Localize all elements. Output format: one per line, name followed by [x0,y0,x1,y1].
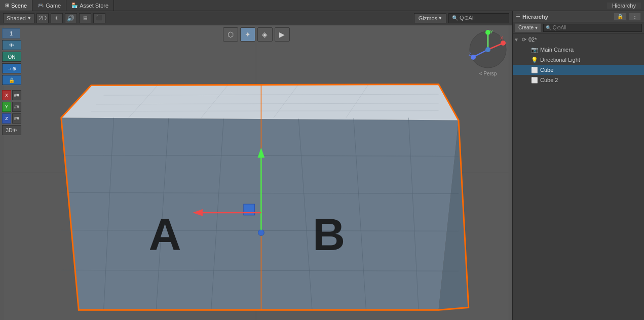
tab-bar: ⊞ Scene 🎮 Game 🏪 Asset Store Hierarchy [0,0,644,11]
move-btn[interactable]: →⊕ [2,63,21,73]
game-tab-label: Game [46,3,61,9]
scene-search-label: Q⊙All [460,15,475,21]
3d-icon: 3D👁 [6,128,18,133]
svg-text:Z: Z [469,52,472,57]
eye-icon: 👁 [9,43,14,48]
2d-mode-label: 2D [39,14,47,22]
gizmos-dropdown[interactable]: Gizmos ▾ [414,13,446,23]
cube-icon: ⬜ [531,67,538,73]
y-detail-btn[interactable]: ## [12,102,21,112]
root-scene-label: 02* [528,36,537,43]
root-scene-icon: ⟳ [522,36,526,43]
z-axis-btn[interactable]: Z [2,113,11,124]
x-axis-btn[interactable]: X [2,90,11,100]
scene-search-box[interactable]: 🔍 Q⊙All [448,13,509,23]
cube-label: Cube [540,67,553,73]
hierarchy-tab[interactable]: Hierarchy [607,3,641,9]
layer-number[interactable]: 1 [2,28,20,38]
move-tool-btn[interactable]: ✦ [240,27,255,42]
rotate-icon: ◈ [262,30,268,38]
eye-btn[interactable]: 👁 [2,40,21,50]
gizmo-axes-svg: Y X Z [468,29,508,70]
2d-mode-btn[interactable]: 2D [36,13,49,23]
move-icon: →⊕ [7,66,16,71]
on-label: ON [8,54,16,60]
hierarchy-title: Hierarchy [522,14,612,20]
hierarchy-icon: ☰ [516,14,520,19]
hierarchy-item-cube2[interactable]: ⬜ Cube 2 [513,75,644,85]
hierarchy-search[interactable]: 🔍 Q⊙All [543,24,642,32]
hierarchy-item-main-camera[interactable]: 📷 Main Camera [513,45,644,55]
scene-toolbar: Shaded ▾ 2D ☀ 🔊 🖥 ⬛ Gizmos ▾ 🔍 Q⊙All [0,11,512,25]
more-panel-btn[interactable]: ⋮ [629,13,641,21]
svg-text:X: X [500,35,503,41]
light-icon: 💡 [531,57,538,63]
3d-mode-btn[interactable]: 3D👁 [2,125,21,135]
root-expand-icon: ▼ [514,37,520,43]
create-button[interactable]: Create ▾ [515,23,541,32]
svg-text:B: B [313,210,345,260]
scene-viewport[interactable]: A B 1 👁 [0,25,512,320]
cube2-label: Cube 2 [540,77,558,83]
left-toolbar: 1 👁 ON →⊕ 🔒 X ## [2,28,21,135]
hierarchy-search-label: Q⊙All [553,25,566,30]
svg-point-29 [258,229,264,235]
svg-text:Y: Y [490,29,493,34]
lock-btn[interactable]: 🔒 [2,75,21,85]
panel-actions: 🔒 ⋮ [614,13,641,21]
shading-dropdown-arrow: ▾ [28,15,31,21]
shading-mode-dropdown[interactable]: Shaded ▾ [3,13,34,23]
sun-btn[interactable]: ☀ [51,13,63,23]
asset-store-tab-label: Asset Store [80,3,108,9]
persp-label: < Persp [479,71,497,76]
rotate-tool-btn[interactable]: ◈ [257,27,273,42]
screen-btn[interactable]: 🖥 [79,13,91,23]
svg-point-42 [471,55,476,60]
svg-marker-4 [61,84,459,120]
create-label: Create ▾ [518,25,538,30]
camera-label: Main Camera [540,47,574,53]
y-row: Y ## [2,102,21,112]
game-tab-icon: 🎮 [37,3,44,8]
hierarchy-root[interactable]: ▼ ⟳ 02* [513,34,644,45]
shading-mode-label: Shaded [7,15,26,21]
hierarchy-search-icon: 🔍 [546,25,551,30]
scene-canvas: A B [0,25,512,320]
gizmos-label: Gizmos [419,15,437,21]
svg-marker-3 [61,117,459,310]
z-row: Z ## [2,113,21,124]
scene-panel: Shaded ▾ 2D ☀ 🔊 🖥 ⬛ Gizmos ▾ 🔍 Q⊙All [0,11,512,320]
x-row: X ## [2,90,21,100]
hierarchy-toolbar: Create ▾ 🔍 Q⊙All [513,22,644,33]
lock-panel-btn[interactable]: 🔒 [614,13,627,21]
z-detail-btn[interactable]: ## [12,113,21,124]
hand-icon: ⬡ [228,30,234,38]
hierarchy-tree: ▼ ⟳ 02* 📷 Main Camera 💡 Directional Ligh… [513,33,644,320]
move-tool-icon: ✦ [245,30,251,38]
center-tools: ⬡ ✦ ◈ ▶ [223,27,290,42]
search-icon: 🔍 [452,15,458,21]
svg-point-39 [501,41,506,46]
play-icon: ▶ [279,30,285,38]
main-layout: Shaded ▾ 2D ☀ 🔊 🖥 ⬛ Gizmos ▾ 🔍 Q⊙All [0,11,644,320]
hierarchy-item-cube[interactable]: ⬜ Cube [513,65,644,75]
hierarchy-panel: ☰ Hierarchy 🔒 ⋮ Create ▾ 🔍 Q⊙All ▼ ⟳ 02* [512,11,644,320]
tab-asset-store[interactable]: 🏪 Asset Store [66,0,114,11]
x-detail-btn[interactable]: ## [12,90,21,100]
hierarchy-item-directional-light[interactable]: 💡 Directional Light [513,55,644,65]
fx-btn[interactable]: ⬛ [93,13,105,23]
audio-btn[interactable]: 🔊 [65,13,77,23]
play-tool-btn[interactable]: ▶ [275,27,290,42]
cube2-icon: ⬜ [531,77,538,84]
hierarchy-tab-label: Hierarchy [612,3,636,9]
y-axis-btn[interactable]: Y [2,102,11,112]
light-label: Directional Light [540,57,580,63]
tab-game[interactable]: 🎮 Game [32,0,66,11]
camera-icon: 📷 [531,47,538,53]
asset-store-tab-icon: 🏪 [71,3,78,8]
on-btn[interactable]: ON [2,52,21,62]
hand-tool-btn[interactable]: ⬡ [223,27,238,42]
tab-scene[interactable]: ⊞ Scene [0,0,32,11]
gizmo-corner: Y X Z < Persp [468,29,508,85]
lock-icon: 🔒 [9,77,15,83]
